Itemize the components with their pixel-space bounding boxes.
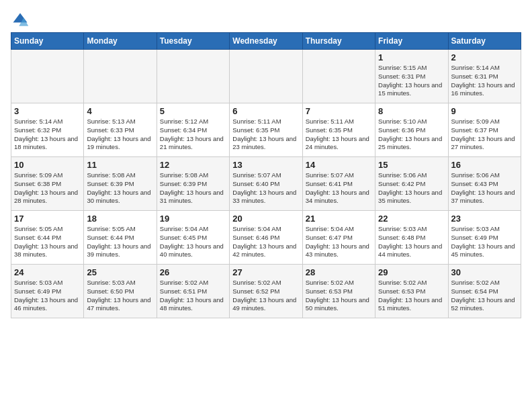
column-header-monday: Monday xyxy=(84,33,157,50)
day-info: Sunrise: 5:03 AMSunset: 6:49 PMDaylight:… xyxy=(451,225,518,259)
day-info: Sunrise: 5:07 AMSunset: 6:40 PMDaylight:… xyxy=(232,171,299,205)
calendar-cell: 10Sunrise: 5:09 AMSunset: 6:38 PMDayligh… xyxy=(11,157,84,211)
day-number: 30 xyxy=(451,267,518,277)
calendar-cell: 19Sunrise: 5:04 AMSunset: 6:45 PMDayligh… xyxy=(157,211,229,265)
calendar-cell: 1Sunrise: 5:15 AMSunset: 6:31 PMDaylight… xyxy=(375,50,448,103)
calendar-cell xyxy=(84,50,157,103)
calendar-cell: 7Sunrise: 5:11 AMSunset: 6:35 PMDaylight… xyxy=(302,103,375,157)
day-info: Sunrise: 5:02 AMSunset: 6:53 PMDaylight:… xyxy=(306,279,372,313)
calendar-cell xyxy=(157,50,229,103)
day-number: 14 xyxy=(306,160,372,170)
day-number: 23 xyxy=(451,214,518,224)
calendar-cell: 8Sunrise: 5:10 AMSunset: 6:36 PMDaylight… xyxy=(375,103,448,157)
calendar-cell: 26Sunrise: 5:02 AMSunset: 6:51 PMDayligh… xyxy=(157,265,229,318)
day-number: 28 xyxy=(306,267,372,277)
day-info: Sunrise: 5:12 AMSunset: 6:34 PMDaylight:… xyxy=(160,118,226,152)
calendar-cell: 23Sunrise: 5:03 AMSunset: 6:49 PMDayligh… xyxy=(448,211,521,265)
day-info: Sunrise: 5:02 AMSunset: 6:51 PMDaylight:… xyxy=(160,279,226,313)
day-number: 20 xyxy=(232,214,299,224)
day-info: Sunrise: 5:02 AMSunset: 6:54 PMDaylight:… xyxy=(451,279,518,313)
calendar-cell: 6Sunrise: 5:11 AMSunset: 6:35 PMDaylight… xyxy=(230,103,302,157)
day-number: 12 xyxy=(160,160,226,170)
day-info: Sunrise: 5:11 AMSunset: 6:35 PMDaylight:… xyxy=(306,118,372,152)
day-info: Sunrise: 5:02 AMSunset: 6:53 PMDaylight:… xyxy=(378,279,445,313)
day-number: 19 xyxy=(160,214,226,224)
day-number: 27 xyxy=(232,267,299,277)
day-number: 11 xyxy=(87,160,153,170)
calendar-cell: 16Sunrise: 5:06 AMSunset: 6:43 PMDayligh… xyxy=(448,157,521,211)
day-number: 29 xyxy=(378,267,445,277)
calendar-cell: 11Sunrise: 5:08 AMSunset: 6:39 PMDayligh… xyxy=(84,157,157,211)
day-info: Sunrise: 5:03 AMSunset: 6:48 PMDaylight:… xyxy=(378,225,445,259)
column-header-sunday: Sunday xyxy=(11,33,84,50)
calendar-cell: 29Sunrise: 5:02 AMSunset: 6:53 PMDayligh… xyxy=(375,265,448,318)
day-number: 4 xyxy=(87,106,153,116)
day-number: 16 xyxy=(451,160,518,170)
calendar-cell xyxy=(302,50,375,103)
day-number: 13 xyxy=(232,160,299,170)
day-info: Sunrise: 5:14 AMSunset: 6:32 PMDaylight:… xyxy=(14,118,81,152)
day-number: 2 xyxy=(451,52,518,62)
day-info: Sunrise: 5:06 AMSunset: 6:42 PMDaylight:… xyxy=(378,171,445,205)
day-number: 21 xyxy=(306,214,372,224)
calendar-cell: 3Sunrise: 5:14 AMSunset: 6:32 PMDaylight… xyxy=(11,103,84,157)
calendar-cell: 25Sunrise: 5:03 AMSunset: 6:50 PMDayligh… xyxy=(84,265,157,318)
calendar-cell: 28Sunrise: 5:02 AMSunset: 6:53 PMDayligh… xyxy=(302,265,375,318)
day-info: Sunrise: 5:03 AMSunset: 6:49 PMDaylight:… xyxy=(14,279,81,313)
calendar-cell: 27Sunrise: 5:02 AMSunset: 6:52 PMDayligh… xyxy=(230,265,302,318)
column-header-thursday: Thursday xyxy=(302,33,375,50)
day-number: 3 xyxy=(14,106,81,116)
logo xyxy=(11,11,32,30)
day-info: Sunrise: 5:04 AMSunset: 6:47 PMDaylight:… xyxy=(306,225,372,259)
calendar-header: SundayMondayTuesdayWednesdayThursdayFrid… xyxy=(11,33,521,50)
page-header xyxy=(11,11,521,30)
day-info: Sunrise: 5:09 AMSunset: 6:38 PMDaylight:… xyxy=(14,171,81,205)
calendar-cell: 14Sunrise: 5:07 AMSunset: 6:41 PMDayligh… xyxy=(302,157,375,211)
calendar-body: 1Sunrise: 5:15 AMSunset: 6:31 PMDaylight… xyxy=(11,50,521,318)
day-info: Sunrise: 5:15 AMSunset: 6:31 PMDaylight:… xyxy=(378,64,445,98)
day-info: Sunrise: 5:05 AMSunset: 6:44 PMDaylight:… xyxy=(14,225,81,259)
column-header-friday: Friday xyxy=(375,33,448,50)
day-number: 5 xyxy=(160,106,226,116)
column-header-tuesday: Tuesday xyxy=(157,33,229,50)
day-info: Sunrise: 5:07 AMSunset: 6:41 PMDaylight:… xyxy=(306,171,372,205)
day-number: 24 xyxy=(14,267,81,277)
day-number: 9 xyxy=(451,106,518,116)
calendar-cell: 24Sunrise: 5:03 AMSunset: 6:49 PMDayligh… xyxy=(11,265,84,318)
calendar-cell: 30Sunrise: 5:02 AMSunset: 6:54 PMDayligh… xyxy=(448,265,521,318)
day-number: 17 xyxy=(14,214,81,224)
day-number: 15 xyxy=(378,160,445,170)
calendar-cell: 18Sunrise: 5:05 AMSunset: 6:44 PMDayligh… xyxy=(84,211,157,265)
calendar-cell: 9Sunrise: 5:09 AMSunset: 6:37 PMDaylight… xyxy=(448,103,521,157)
column-header-saturday: Saturday xyxy=(448,33,521,50)
day-number: 10 xyxy=(14,160,81,170)
calendar-cell: 15Sunrise: 5:06 AMSunset: 6:42 PMDayligh… xyxy=(375,157,448,211)
day-info: Sunrise: 5:09 AMSunset: 6:37 PMDaylight:… xyxy=(451,118,518,152)
header-row: SundayMondayTuesdayWednesdayThursdayFrid… xyxy=(11,33,521,50)
column-header-wednesday: Wednesday xyxy=(230,33,302,50)
calendar-cell: 22Sunrise: 5:03 AMSunset: 6:48 PMDayligh… xyxy=(375,211,448,265)
day-number: 26 xyxy=(160,267,226,277)
calendar-week-2: 10Sunrise: 5:09 AMSunset: 6:38 PMDayligh… xyxy=(11,157,521,211)
day-info: Sunrise: 5:08 AMSunset: 6:39 PMDaylight:… xyxy=(87,171,153,205)
day-info: Sunrise: 5:02 AMSunset: 6:52 PMDaylight:… xyxy=(232,279,299,313)
calendar-cell: 21Sunrise: 5:04 AMSunset: 6:47 PMDayligh… xyxy=(302,211,375,265)
day-number: 1 xyxy=(378,52,445,62)
calendar-table: SundayMondayTuesdayWednesdayThursdayFrid… xyxy=(11,32,521,318)
day-info: Sunrise: 5:10 AMSunset: 6:36 PMDaylight:… xyxy=(378,118,445,152)
calendar-cell: 5Sunrise: 5:12 AMSunset: 6:34 PMDaylight… xyxy=(157,103,229,157)
day-number: 6 xyxy=(232,106,299,116)
calendar-cell: 20Sunrise: 5:04 AMSunset: 6:46 PMDayligh… xyxy=(230,211,302,265)
calendar-cell xyxy=(230,50,302,103)
calendar-cell: 2Sunrise: 5:14 AMSunset: 6:31 PMDaylight… xyxy=(448,50,521,103)
calendar-week-3: 17Sunrise: 5:05 AMSunset: 6:44 PMDayligh… xyxy=(11,211,521,265)
day-info: Sunrise: 5:08 AMSunset: 6:39 PMDaylight:… xyxy=(160,171,226,205)
day-number: 7 xyxy=(306,106,372,116)
calendar-cell xyxy=(11,50,84,103)
day-info: Sunrise: 5:05 AMSunset: 6:44 PMDaylight:… xyxy=(87,225,153,259)
calendar-week-4: 24Sunrise: 5:03 AMSunset: 6:49 PMDayligh… xyxy=(11,265,521,318)
day-info: Sunrise: 5:04 AMSunset: 6:46 PMDaylight:… xyxy=(232,225,299,259)
calendar-cell: 13Sunrise: 5:07 AMSunset: 6:40 PMDayligh… xyxy=(230,157,302,211)
day-info: Sunrise: 5:03 AMSunset: 6:50 PMDaylight:… xyxy=(87,279,153,313)
day-info: Sunrise: 5:04 AMSunset: 6:45 PMDaylight:… xyxy=(160,225,226,259)
